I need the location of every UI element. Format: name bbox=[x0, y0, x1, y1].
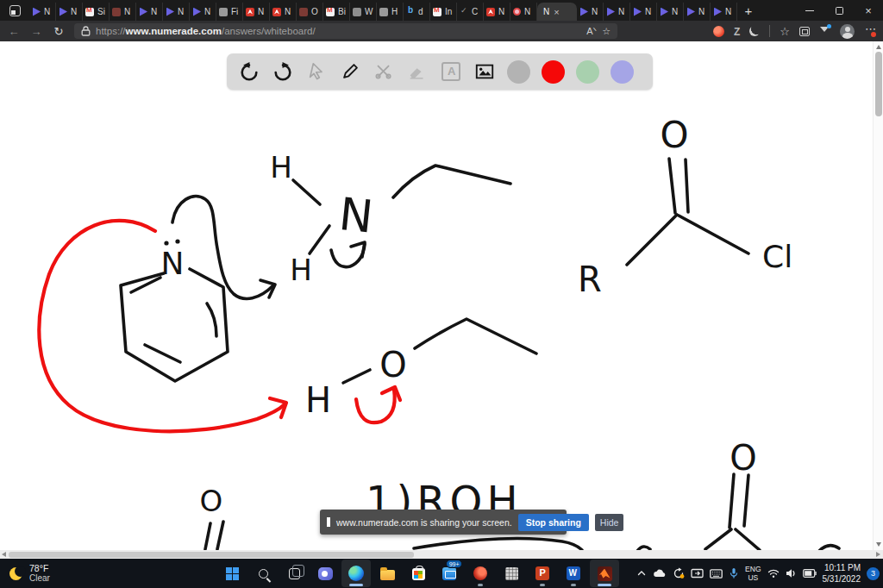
browser-tab[interactable]: W bbox=[350, 3, 377, 21]
battery-icon[interactable] bbox=[803, 569, 817, 578]
cast-display-icon[interactable] bbox=[691, 568, 704, 579]
mail-button[interactable]: 99+ bbox=[435, 560, 464, 587]
browser-tab[interactable]: N bbox=[243, 3, 270, 21]
color-purple-button[interactable] bbox=[611, 60, 634, 84]
close-button[interactable]: × bbox=[854, 0, 883, 21]
drawing-toolbar bbox=[227, 53, 653, 90]
microphone-icon[interactable] bbox=[729, 567, 739, 579]
collections-button[interactable] bbox=[799, 27, 810, 36]
vertical-scroll-thumb[interactable] bbox=[875, 52, 882, 116]
browser-tab[interactable]: N bbox=[190, 3, 216, 21]
red-app-button[interactable] bbox=[466, 560, 495, 587]
browser-tab[interactable]: N bbox=[711, 3, 737, 21]
language-indicator[interactable]: ENG US bbox=[745, 565, 761, 582]
address-input[interactable]: https://www.numerade.com/answers/whitebo… bbox=[74, 23, 617, 39]
extension-tp-icon[interactable] bbox=[713, 26, 724, 37]
word-button[interactable] bbox=[559, 560, 588, 587]
pen-tool-button[interactable] bbox=[339, 60, 361, 83]
scroll-down-arrow[interactable] bbox=[876, 542, 881, 547]
chat-button[interactable] bbox=[310, 560, 340, 587]
weather-widget[interactable]: 78°F Clear bbox=[9, 559, 50, 588]
browser-tab[interactable]: N bbox=[577, 3, 604, 21]
stop-sharing-button[interactable]: Stop sharing bbox=[518, 514, 589, 531]
browser-tab[interactable]: N bbox=[484, 3, 510, 21]
store-button[interactable] bbox=[404, 560, 433, 587]
select-tool-button[interactable] bbox=[305, 60, 328, 83]
scroll-up-arrow[interactable] bbox=[876, 45, 881, 49]
new-tab-button[interactable]: + bbox=[737, 0, 760, 21]
matlab-button[interactable] bbox=[590, 560, 619, 587]
eraser-tool-button[interactable] bbox=[406, 60, 429, 83]
maximize-button[interactable] bbox=[824, 0, 854, 21]
onedrive-icon[interactable] bbox=[653, 568, 667, 579]
scroll-left-arrow[interactable] bbox=[2, 552, 6, 557]
undo-button[interactable] bbox=[238, 60, 260, 83]
browser-tab[interactable]: O bbox=[297, 3, 323, 21]
browser-tab[interactable]: N bbox=[657, 3, 684, 21]
browser-tab[interactable]: N bbox=[604, 3, 630, 21]
browser-tab[interactable]: N bbox=[270, 3, 297, 21]
color-green-button[interactable] bbox=[576, 60, 599, 84]
share-message: www.numerade.com is sharing your screen. bbox=[336, 517, 512, 528]
back-button[interactable]: ← bbox=[7, 25, 21, 38]
filter-icon[interactable] bbox=[819, 26, 830, 37]
browser-tab[interactable]: N bbox=[110, 3, 136, 21]
browser-tab[interactable]: N bbox=[136, 3, 163, 21]
image-tool-button[interactable] bbox=[473, 60, 496, 83]
task-view-button[interactable] bbox=[279, 560, 309, 587]
notification-count-badge[interactable]: 3 bbox=[867, 567, 880, 580]
tab-title: N bbox=[285, 7, 291, 16]
browser-tab[interactable]: N× bbox=[537, 3, 577, 21]
favorite-add-icon[interactable]: ☆ bbox=[602, 26, 611, 37]
extension-moon-icon[interactable] bbox=[749, 26, 760, 36]
forward-button[interactable]: → bbox=[29, 25, 43, 38]
horizontal-scrollbar[interactable] bbox=[0, 550, 883, 559]
tab-title: N bbox=[204, 7, 210, 16]
browser-tab[interactable]: In bbox=[430, 3, 457, 21]
powerpoint-button[interactable] bbox=[528, 560, 557, 587]
clock[interactable]: 10:11 PM 5/31/2022 bbox=[823, 562, 861, 585]
browser-tab[interactable]: d bbox=[404, 3, 430, 21]
whiteboard-canvas[interactable]: N H N H H O O R Cl 1)ROH O O bbox=[0, 41, 873, 550]
redo-button[interactable] bbox=[272, 60, 294, 83]
numerade-icon bbox=[686, 8, 695, 16]
browser-tab[interactable]: C bbox=[457, 3, 484, 21]
browser-tab[interactable]: H bbox=[377, 3, 404, 21]
browser-tab[interactable]: N bbox=[630, 3, 657, 21]
minimize-button[interactable] bbox=[795, 0, 824, 21]
volume-icon[interactable] bbox=[786, 568, 797, 579]
tab-actions-button[interactable] bbox=[0, 0, 29, 21]
browser-tab[interactable]: N bbox=[510, 3, 537, 21]
settings-menu-button[interactable] bbox=[864, 25, 876, 37]
cube-app-button[interactable] bbox=[497, 560, 526, 587]
sync-icon[interactable] bbox=[673, 567, 685, 579]
favorites-button[interactable] bbox=[780, 23, 790, 39]
search-button[interactable] bbox=[248, 560, 278, 587]
scroll-right-arrow[interactable] bbox=[876, 552, 880, 557]
text-tool-button[interactable] bbox=[440, 60, 462, 83]
browser-tab[interactable]: N bbox=[684, 3, 711, 21]
browser-tab[interactable]: Si bbox=[83, 3, 110, 21]
cut-tool-button[interactable] bbox=[373, 60, 395, 83]
color-gray-button[interactable] bbox=[507, 60, 530, 84]
refresh-button[interactable]: ↻ bbox=[52, 25, 66, 38]
hide-button[interactable]: Hide bbox=[595, 514, 624, 531]
edge-button[interactable] bbox=[341, 560, 371, 587]
start-button[interactable] bbox=[217, 560, 247, 587]
wifi-icon[interactable] bbox=[767, 568, 780, 579]
extension-z-icon[interactable] bbox=[734, 23, 740, 39]
read-aloud-icon[interactable]: Aᐠ bbox=[586, 26, 597, 37]
touch-keyboard-icon[interactable] bbox=[710, 569, 723, 579]
color-red-button[interactable] bbox=[542, 60, 565, 84]
tab-close-icon[interactable]: × bbox=[554, 7, 559, 17]
browser-tab[interactable]: N bbox=[56, 3, 83, 21]
browser-tab[interactable]: N bbox=[29, 3, 56, 21]
browser-tab[interactable]: N bbox=[163, 3, 190, 21]
browser-tab[interactable]: Fi bbox=[216, 3, 243, 21]
profile-avatar[interactable] bbox=[840, 24, 855, 39]
vertical-scrollbar[interactable] bbox=[873, 41, 883, 550]
horizontal-scroll-thumb[interactable] bbox=[9, 552, 414, 558]
browser-tab[interactable]: Bi bbox=[323, 3, 350, 21]
file-explorer-button[interactable] bbox=[373, 560, 402, 587]
tray-chevron-icon[interactable] bbox=[636, 568, 647, 579]
